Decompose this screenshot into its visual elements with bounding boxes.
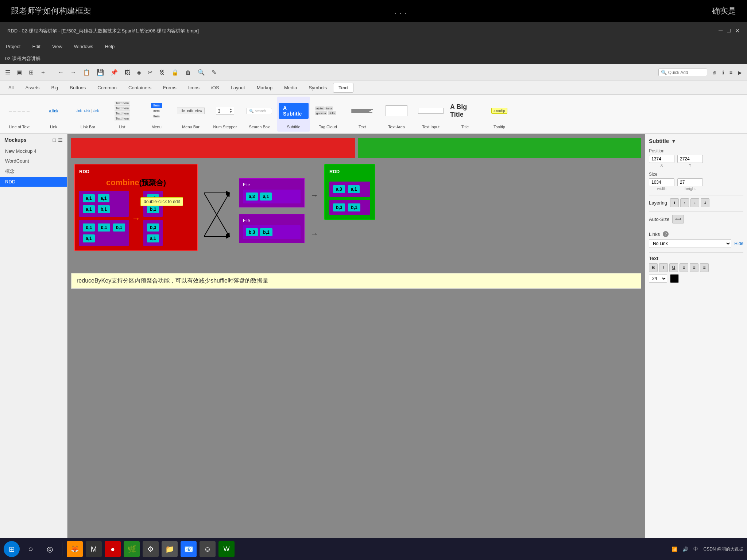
- taskbar-search-btn[interactable]: ○: [23, 541, 39, 557]
- palette-item-tag-cloud[interactable]: alpha beta gamma delta Tag Cloud: [311, 97, 344, 132]
- toolbar-delete-btn[interactable]: 🗑: [183, 68, 193, 77]
- toolbar-save-btn[interactable]: 💾: [94, 67, 106, 77]
- menu-edit[interactable]: Edit: [30, 42, 42, 51]
- palette-item-link-bar[interactable]: Link Link Link Link Bar: [71, 97, 104, 132]
- taskbar-app6-btn[interactable]: 📧: [181, 541, 197, 557]
- sidebar-item-concept[interactable]: 概念: [0, 166, 67, 177]
- toolbar-icon1[interactable]: 🖥: [709, 68, 719, 77]
- sidebar-icon-square[interactable]: □: [53, 137, 56, 143]
- tab-assets[interactable]: Assets: [20, 83, 45, 93]
- taskbar-app7-btn[interactable]: ☺: [200, 541, 216, 557]
- menu-help[interactable]: Help: [103, 42, 117, 51]
- tab-layout[interactable]: Layout: [225, 83, 251, 93]
- close-btn[interactable]: ✕: [735, 27, 740, 34]
- palette-item-menu[interactable]: Item Item Item Menu: [140, 97, 173, 132]
- window-controls[interactable]: ─ □ ✕: [719, 27, 740, 34]
- quickadd-input[interactable]: [668, 70, 705, 75]
- palette-item-text-input[interactable]: Text Input: [414, 97, 447, 132]
- links-hide-btn[interactable]: Hide: [734, 241, 743, 246]
- format-bold-btn[interactable]: B: [649, 263, 658, 272]
- taskbar-cortana-btn[interactable]: ◎: [42, 541, 58, 557]
- links-select[interactable]: No Link: [649, 239, 731, 248]
- palette-item-menu-bar[interactable]: File Edit View Menu Bar: [174, 97, 207, 132]
- toolbar-quickadd[interactable]: 🔍: [658, 69, 707, 76]
- menu-windows[interactable]: Windows: [72, 42, 96, 51]
- toolbar-menu-btn[interactable]: ☰: [3, 67, 12, 77]
- taskbar-app4-btn[interactable]: ⚙: [143, 541, 159, 557]
- toolbar-link-btn[interactable]: ⛓: [157, 68, 167, 77]
- toolbar-lock-btn[interactable]: 🔒: [169, 67, 181, 77]
- tab-markup[interactable]: Markup: [251, 83, 278, 93]
- taskbar-start-btn[interactable]: ⊞: [4, 541, 20, 557]
- layer-forward-btn[interactable]: ↑: [680, 198, 689, 207]
- prop-width-input[interactable]: [649, 178, 674, 186]
- palette-item-link[interactable]: a link Link: [37, 97, 70, 132]
- tab-all[interactable]: All: [3, 83, 19, 93]
- layer-backward-btn[interactable]: ↓: [690, 198, 699, 207]
- toolbar-shape-btn[interactable]: ◈: [135, 67, 143, 77]
- sidebar-item-rdd[interactable]: RDD: [0, 177, 67, 187]
- prop-height-input[interactable]: [677, 178, 703, 186]
- palette-item-line-of-text[interactable]: — — — — — Line of Text: [3, 97, 36, 132]
- palette-item-list[interactable]: Text Item Text Item Text Item Text Item …: [106, 97, 139, 132]
- menu-project[interactable]: Project: [4, 42, 23, 51]
- toolbar-pin-btn[interactable]: 📌: [108, 67, 120, 77]
- format-underline-btn[interactable]: U: [669, 263, 678, 272]
- palette-item-search-box[interactable]: 🔍 search Search Box: [243, 97, 276, 132]
- format-align-center-btn[interactable]: ≡: [690, 263, 698, 272]
- prop-y-input[interactable]: [677, 155, 703, 163]
- tab-big[interactable]: Big: [46, 83, 63, 93]
- tab-media[interactable]: Media: [279, 83, 302, 93]
- taskbar-app2-btn[interactable]: ●: [105, 541, 121, 557]
- tab-forms[interactable]: Forms: [158, 83, 182, 93]
- prop-x-input[interactable]: [649, 155, 674, 163]
- sidebar-item-new-mockup[interactable]: New Mockup 4: [0, 146, 67, 156]
- toolbar-redo-btn[interactable]: →: [68, 68, 78, 77]
- toolbar-grid-view-btn[interactable]: ⊞: [27, 67, 36, 77]
- toolbar-icon2[interactable]: ℹ: [720, 68, 726, 77]
- font-size-select[interactable]: 24: [649, 275, 667, 283]
- format-align-left-btn[interactable]: ≡: [680, 263, 688, 272]
- tab-icons[interactable]: Icons: [183, 83, 205, 93]
- toolbar-icon4[interactable]: ▶: [736, 68, 744, 77]
- palette-item-subtitle[interactable]: A Subtitle Subtitle: [277, 97, 310, 132]
- tab-buttons[interactable]: Buttons: [64, 83, 91, 93]
- maximize-btn[interactable]: □: [727, 27, 731, 34]
- toolbar-search-btn[interactable]: 🔍: [196, 67, 207, 77]
- toolbar-add-btn[interactable]: ＋: [38, 67, 48, 78]
- palette-item-text-area[interactable]: Text Area: [380, 97, 413, 132]
- font-color-swatch[interactable]: [670, 274, 679, 283]
- toolbar-single-view-btn[interactable]: ▣: [15, 67, 24, 77]
- toolbar-image-btn[interactable]: 🖼: [122, 68, 132, 77]
- toolbar-undo-btn[interactable]: ←: [56, 68, 66, 77]
- palette-item-text[interactable]: Text: [346, 97, 379, 132]
- toolbar-icon3[interactable]: ≡: [727, 68, 735, 77]
- taskbar-app8-btn[interactable]: W: [218, 541, 235, 557]
- links-help-icon[interactable]: ?: [663, 231, 669, 237]
- sidebar-item-wordcount[interactable]: WordCount: [0, 156, 67, 166]
- toolbar-edit-btn[interactable]: ✎: [209, 67, 218, 77]
- minimize-btn[interactable]: ─: [719, 27, 723, 34]
- taskbar-app3-btn[interactable]: 🌿: [124, 541, 140, 557]
- taskbar-browser-btn[interactable]: 🦊: [67, 541, 83, 557]
- canvas-scroll[interactable]: RDD combine(预聚合) double-click to edit: [67, 134, 645, 538]
- menu-view[interactable]: View: [50, 42, 65, 51]
- tab-text[interactable]: Text: [333, 83, 353, 93]
- prop-dropdown-btn[interactable]: ▼: [671, 138, 676, 144]
- palette-item-title[interactable]: A Big Title Title: [449, 97, 481, 132]
- toolbar-cut-btn[interactable]: ✂: [146, 67, 155, 77]
- taskbar-app5-btn[interactable]: 📁: [162, 541, 178, 557]
- format-align-right-btn[interactable]: ≡: [700, 263, 709, 272]
- palette-item-num-stepper[interactable]: 3 ▲ ▼ Num.Stepper: [209, 97, 241, 132]
- palette-item-tooltip[interactable]: a tooltip Tooltip: [483, 97, 516, 132]
- sidebar-icon-list[interactable]: ☰: [58, 137, 63, 143]
- taskbar-app1-btn[interactable]: M: [86, 541, 102, 557]
- tab-ios[interactable]: iOS: [206, 83, 225, 93]
- canvas-area[interactable]: RDD combine(预聚合) double-click to edit: [67, 134, 645, 538]
- toolbar-copy-btn[interactable]: 📋: [81, 67, 92, 77]
- layer-front-btn[interactable]: ⬆: [670, 198, 679, 207]
- tab-symbols[interactable]: Symbols: [303, 83, 332, 93]
- tab-common[interactable]: Common: [92, 83, 122, 93]
- tab-containers[interactable]: Containers: [123, 83, 157, 93]
- autosize-btn[interactable]: ⟺: [672, 215, 684, 223]
